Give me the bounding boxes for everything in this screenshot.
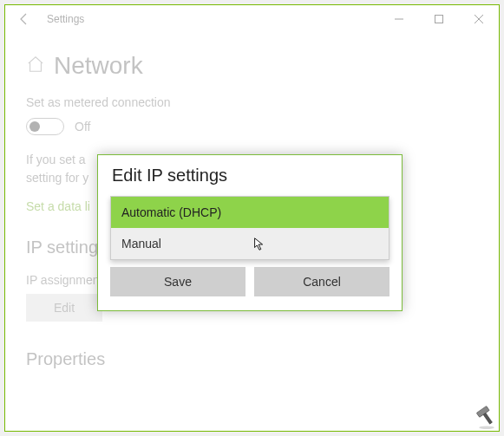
ip-mode-dropdown[interactable]: Automatic (DHCP) Manual	[110, 196, 389, 260]
svg-point-6	[479, 426, 494, 430]
toggle-state-text: Off	[75, 120, 90, 133]
metered-toggle[interactable]	[26, 118, 64, 135]
titlebar: Settings	[5, 5, 499, 33]
dialog-header: Edit IP settings	[98, 155, 402, 194]
settings-window: Settings Network Set as metered connecti…	[4, 4, 500, 432]
toggle-knob	[29, 121, 40, 132]
close-button[interactable]	[459, 5, 499, 33]
edit-button[interactable]: Edit	[26, 294, 102, 322]
page-title: Network	[54, 52, 143, 80]
cancel-button[interactable]: Cancel	[254, 267, 389, 296]
minimize-button[interactable]	[379, 5, 419, 33]
cursor-icon	[252, 237, 267, 255]
properties-title: Properties	[26, 349, 478, 369]
page-title-row: Network	[26, 52, 478, 80]
save-button[interactable]: Save	[110, 267, 245, 296]
edit-ip-settings-dialog: Edit IP settings Automatic (DHCP) Manual…	[97, 154, 403, 311]
help-text-line2: setting for y	[26, 171, 88, 185]
dropdown-option-automatic[interactable]: Automatic (DHCP)	[111, 197, 389, 228]
maximize-button[interactable]	[419, 5, 459, 33]
window-title: Settings	[43, 13, 379, 25]
help-text-line1: If you set a	[26, 153, 85, 166]
window-controls	[379, 5, 499, 33]
home-icon	[26, 55, 45, 77]
hammer-icon	[475, 405, 499, 433]
metered-toggle-row: Off	[26, 118, 478, 135]
dropdown-option-manual-label: Manual	[121, 237, 161, 251]
back-button[interactable]	[5, 5, 43, 33]
dropdown-option-manual[interactable]: Manual	[111, 228, 389, 259]
dialog-button-row: Save Cancel	[98, 257, 402, 310]
svg-rect-1	[435, 16, 443, 23]
dialog-title: Edit IP settings	[112, 166, 388, 185]
metered-connection-label: Set as metered connection	[26, 95, 478, 109]
